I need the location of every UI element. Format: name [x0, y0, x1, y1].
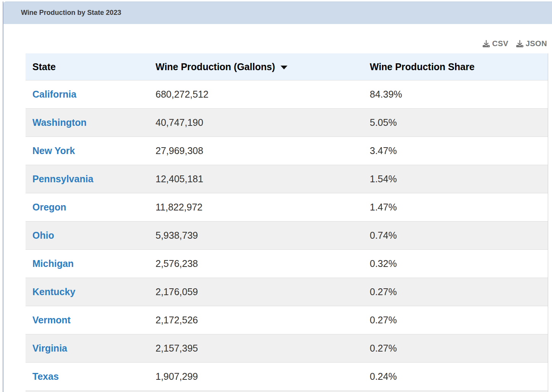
state-link[interactable]: New York: [32, 145, 75, 156]
table-row: Oregon11,822,9721.47%: [26, 193, 548, 221]
state-link[interactable]: Texas: [32, 371, 59, 382]
wine-production-table: State Wine Production (Gallons) Wine Pro…: [26, 53, 548, 392]
table-body: California680,272,51284.39%Washington40,…: [26, 80, 548, 390]
state-cell: Texas: [26, 363, 156, 390]
table-row: Michigan2,576,2380.32%: [26, 249, 548, 278]
page-left-border: [3, 2, 3, 392]
share-cell: 1.47%: [370, 193, 548, 221]
window-title-bar: Wine Production by State 2023: [3, 2, 552, 24]
download-toolbar: CSV JSON: [483, 39, 547, 48]
json-button-label: JSON: [526, 39, 547, 48]
state-link[interactable]: California: [32, 89, 76, 100]
column-header-share[interactable]: Wine Production Share: [370, 53, 548, 80]
gallons-cell: 11,822,972: [156, 193, 370, 221]
state-link[interactable]: Virginia: [32, 343, 67, 353]
table-row: Pennsylvania12,405,1811.54%: [26, 165, 548, 193]
share-cell: 0.27%: [370, 334, 548, 362]
gallons-cell: 2,176,059: [156, 278, 370, 306]
page-title: Wine Production by State 2023: [3, 2, 552, 24]
download-csv-button[interactable]: CSV: [483, 39, 509, 48]
gallons-cell: 2,172,526: [156, 306, 370, 334]
share-cell: 3.47%: [370, 137, 548, 165]
table-row: Virginia2,157,3950.27%: [26, 334, 548, 362]
table-row: California680,272,51284.39%: [26, 80, 548, 108]
gallons-cell: 12,405,181: [156, 165, 370, 193]
table-row: Kentucky2,176,0590.27%: [26, 278, 548, 306]
sort-desc-icon: [281, 66, 287, 69]
state-link[interactable]: Ohio: [32, 230, 54, 241]
gallons-cell: 5,938,739: [156, 222, 370, 249]
share-cell: 0.24%: [370, 363, 548, 390]
table-row: Washington40,747,1905.05%: [26, 108, 548, 137]
state-link[interactable]: Washington: [32, 117, 87, 128]
state-cell: Oregon: [26, 193, 156, 221]
share-cell: 0.27%: [370, 278, 548, 306]
share-cell: 84.39%: [370, 80, 548, 108]
gallons-cell: 1,907,299: [156, 363, 370, 390]
csv-button-label: CSV: [492, 39, 509, 48]
state-cell: Pennsylvania: [26, 165, 156, 193]
gallons-cell: 2,576,238: [156, 250, 370, 278]
gallons-cell: 40,747,190: [156, 109, 370, 137]
state-cell: Michigan: [26, 250, 156, 278]
download-icon: [516, 40, 523, 47]
share-cell: 0.32%: [370, 250, 548, 278]
column-header-gallons[interactable]: Wine Production (Gallons): [156, 53, 370, 80]
gallons-cell: 680,272,512: [156, 80, 370, 108]
state-cell: Vermont: [26, 306, 156, 334]
column-header-state[interactable]: State: [26, 53, 156, 80]
share-cell: 0.74%: [370, 222, 548, 249]
share-cell: 0.27%: [370, 306, 548, 334]
table-row: Ohio5,938,7390.74%: [26, 221, 548, 249]
state-link[interactable]: Pennsylvania: [32, 174, 93, 184]
table-row: Vermont2,172,5260.27%: [26, 306, 548, 334]
state-link[interactable]: Vermont: [32, 315, 71, 325]
next-row-clipped: [26, 390, 548, 392]
share-cell: 5.05%: [370, 109, 548, 137]
share-cell: 1.54%: [370, 165, 548, 193]
state-cell: New York: [26, 137, 156, 165]
state-cell: Ohio: [26, 222, 156, 249]
state-link[interactable]: Oregon: [32, 202, 66, 212]
gallons-cell: 2,157,395: [156, 334, 370, 362]
gallons-cell: 27,969,308: [156, 137, 370, 165]
table-row: New York27,969,3083.47%: [26, 137, 548, 165]
state-link[interactable]: Kentucky: [32, 286, 75, 297]
state-cell: Kentucky: [26, 278, 156, 306]
download-icon: [483, 40, 490, 47]
download-json-button[interactable]: JSON: [516, 39, 547, 48]
table-row: Texas1,907,2990.24%: [26, 362, 548, 390]
state-cell: California: [26, 80, 156, 108]
state-cell: Virginia: [26, 334, 156, 362]
state-link[interactable]: Michigan: [32, 258, 74, 269]
state-cell: Washington: [26, 109, 156, 137]
table-header-row: State Wine Production (Gallons) Wine Pro…: [26, 53, 548, 80]
